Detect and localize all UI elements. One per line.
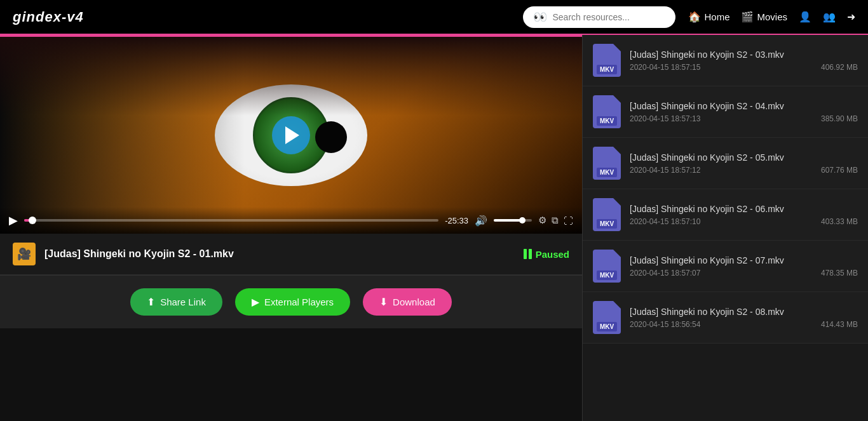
mkv-label: MKV [597, 271, 617, 280]
nav-movies-label: Movies [757, 11, 787, 22]
pause-bar-left [524, 249, 527, 259]
nav-home-label: Home [704, 11, 729, 22]
file-item-name: [Judas] Shingeki no Kyojin S2 - 04.mkv [630, 101, 858, 111]
mkv-file-icon: MKV [593, 147, 621, 180]
file-list-item[interactable]: MKV [Judas] Shingeki no Kyojin S2 - 03.m… [583, 35, 868, 86]
file-details: [Judas] Shingeki no Kyojin S2 - 05.mkv 2… [630, 152, 858, 175]
file-size: 385.90 MB [821, 114, 858, 123]
home-icon: 🏠 [688, 11, 701, 23]
nav-movies[interactable]: 🎬 Movies [741, 11, 787, 23]
time-display: -25:33 [445, 216, 468, 225]
file-list-item[interactable]: MKV [Judas] Shingeki no Kyojin S2 - 04.m… [583, 86, 868, 138]
file-details: [Judas] Shingeki no Kyojin S2 - 04.mkv 2… [630, 101, 858, 123]
ctrl-icons: ⚙ ⧉ ⛶ [538, 215, 573, 226]
file-meta: 2020-04-15 18:57:12 607.76 MB [630, 166, 858, 175]
volume-bar[interactable] [494, 219, 532, 222]
right-panel[interactable]: MKV [Judas] Shingeki no Kyojin S2 - 03.m… [582, 35, 868, 421]
mkv-file-icon: MKV [593, 95, 621, 128]
video-controls: ▶ -25:33 🔊 ⚙ ⧉ ⛶ [0, 207, 582, 234]
file-list-item[interactable]: MKV [Judas] Shingeki no Kyojin S2 - 07.m… [583, 241, 868, 292]
file-date: 2020-04-15 18:57:07 [630, 269, 700, 277]
settings-button[interactable]: ⚙ [538, 215, 546, 226]
mkv-label: MKV [597, 116, 617, 126]
file-size: 406.92 MB [821, 63, 858, 72]
left-panel: ▶ -25:33 🔊 ⚙ ⧉ ⛶ 🎥 [0, 35, 582, 421]
file-meta: 2020-04-15 18:57:13 385.90 MB [630, 114, 858, 123]
video-container[interactable]: ▶ -25:33 🔊 ⚙ ⧉ ⛶ [0, 37, 582, 234]
file-size: 414.43 MB [821, 320, 858, 329]
file-list-item[interactable]: MKV [Judas] Shingeki no Kyojin S2 - 06.m… [583, 189, 868, 241]
external-players-button[interactable]: ▶ External Players [235, 288, 350, 316]
nav-home[interactable]: 🏠 Home [688, 11, 729, 23]
play-triangle-icon [285, 126, 299, 144]
file-details: [Judas] Shingeki no Kyojin S2 - 07.mkv 2… [630, 255, 858, 277]
file-item-name: [Judas] Shingeki no Kyojin S2 - 05.mkv [630, 152, 858, 163]
mkv-label: MKV [597, 219, 617, 229]
progress-bar[interactable] [24, 219, 438, 222]
mkv-label: MKV [597, 168, 617, 177]
download-button[interactable]: ⬇ Download [363, 288, 452, 316]
pause-icon [524, 249, 532, 259]
file-item-name: [Judas] Shingeki no Kyojin S2 - 08.mkv [630, 307, 858, 317]
file-details: [Judas] Shingeki no Kyojin S2 - 06.mkv 2… [630, 204, 858, 226]
movies-icon: 🎬 [741, 11, 754, 23]
file-details: [Judas] Shingeki no Kyojin S2 - 03.mkv 2… [630, 50, 858, 72]
share-link-button[interactable]: ⬆ Share Link [130, 288, 222, 316]
search-eyes-icon: 👀 [533, 10, 547, 24]
volume-thumb [519, 217, 526, 224]
file-date: 2020-04-15 18:57:15 [630, 63, 700, 72]
file-item-name: [Judas] Shingeki no Kyojin S2 - 06.mkv [630, 204, 858, 214]
download-label: Download [393, 297, 435, 307]
file-meta: 2020-04-15 18:57:07 478.35 MB [630, 269, 858, 277]
mkv-file-icon: MKV [593, 250, 621, 283]
search-input[interactable] [552, 12, 665, 22]
share-icon: ⬆ [147, 296, 155, 308]
progress-thumb [29, 217, 36, 224]
volume-icon[interactable]: 🔊 [475, 215, 487, 227]
status-text: Paused [536, 249, 569, 260]
download-icon: ⬇ [379, 296, 388, 308]
file-list-item[interactable]: MKV [Judas] Shingeki no Kyojin S2 - 08.m… [583, 292, 868, 344]
mkv-label: MKV [597, 322, 617, 331]
mkv-file-icon: MKV [593, 198, 621, 231]
file-details: [Judas] Shingeki no Kyojin S2 - 08.mkv 2… [630, 307, 858, 329]
file-info-bar: 🎥 [Judas] Shingeki no Kyojin S2 - 01.mkv… [0, 234, 582, 275]
file-size: 607.76 MB [821, 166, 858, 175]
file-date: 2020-04-15 18:57:10 [630, 217, 700, 226]
nav-links: 🏠 Home 🎬 Movies 👤 👥 ➜ [688, 11, 855, 23]
status-badge: Paused [524, 249, 569, 260]
file-item-name: [Judas] Shingeki no Kyojin S2 - 07.mkv [630, 255, 858, 265]
fullscreen-button[interactable]: ⛶ [564, 215, 573, 226]
header: gindex-v4 👀 🏠 Home 🎬 Movies 👤 👥 ➜ [0, 0, 868, 35]
volume-fill [494, 219, 522, 222]
file-size: 403.33 MB [821, 217, 858, 226]
mkv-file-icon: MKV [593, 44, 621, 77]
search-bar[interactable]: 👀 [523, 6, 675, 28]
file-meta: 2020-04-15 18:57:10 403.33 MB [630, 217, 858, 226]
action-buttons: ⬆ Share Link ▶ External Players ⬇ Downlo… [0, 275, 582, 328]
main-content: ▶ -25:33 🔊 ⚙ ⧉ ⛶ 🎥 [0, 35, 868, 421]
file-list-item[interactable]: MKV [Judas] Shingeki no Kyojin S2 - 05.m… [583, 138, 868, 189]
hair-shadow-top [0, 37, 582, 116]
file-date: 2020-04-15 18:57:12 [630, 166, 700, 175]
file-item-name: [Judas] Shingeki no Kyojin S2 - 03.mkv [630, 50, 858, 60]
logout-icon: ➜ [847, 11, 855, 23]
nav-logout[interactable]: ➜ [847, 11, 855, 23]
file-date: 2020-04-15 18:57:13 [630, 114, 700, 123]
play-external-icon: ▶ [252, 296, 259, 308]
users-icon: 👥 [823, 11, 836, 23]
external-players-label: External Players [264, 297, 334, 307]
file-size: 478.35 MB [821, 269, 858, 277]
play-button[interactable] [272, 116, 310, 154]
nav-users[interactable]: 👥 [823, 11, 836, 23]
pip-button[interactable]: ⧉ [552, 215, 559, 226]
user-icon: 👤 [799, 11, 811, 23]
play-pause-button[interactable]: ▶ [9, 213, 18, 227]
nav-user[interactable]: 👤 [799, 11, 811, 23]
current-file-name: [Judas] Shingeki no Kyojin S2 - 01.mkv [44, 248, 515, 260]
mkv-label: MKV [597, 65, 617, 74]
pause-bar-right [529, 249, 532, 259]
file-date: 2020-04-15 18:56:54 [630, 320, 700, 329]
file-meta: 2020-04-15 18:57:15 406.92 MB [630, 63, 858, 72]
mkv-file-icon: MKV [593, 301, 621, 334]
